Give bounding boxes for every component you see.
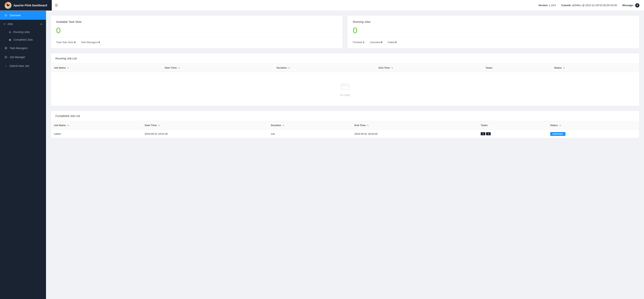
running-job-table-head: Job Name ⇅ Start Time ⇅ Duration ⇅ End T… [51, 64, 639, 72]
flink-logo-icon: 🐿 [4, 2, 12, 9]
svg-point-2 [342, 84, 343, 85]
sidebar-item-completed-jobs[interactable]: ◉ Completed Jobs [0, 36, 46, 44]
job-name-cell: collect [51, 130, 142, 138]
duration-cell: 14s [268, 130, 351, 138]
task-managers-icon: ⊞ [4, 46, 8, 50]
end-time-cell: 2024-05-01 18:02:00 [351, 130, 478, 138]
sort-icon-job-name: ⇅ [67, 67, 69, 69]
finished-stat: Finished 1 [353, 41, 364, 44]
job-manager-icon: ⊟ [4, 55, 8, 59]
status-badge: FINISHED [550, 132, 566, 136]
message-badge: 0 [635, 3, 640, 8]
sort-icon-job-name-c: ⇅ [67, 124, 69, 126]
main-content: Available Task Slots 0 Total Task Slots … [46, 11, 644, 299]
svg-point-3 [343, 84, 344, 85]
completed-job-table-body: collect 2024-05-01 18:01:45 14s 2024-05-… [51, 130, 639, 138]
total-task-slots-value: 0 [74, 41, 76, 44]
version-info: Version: 1.18.0 [538, 4, 556, 7]
task-managers-stat: Task Managers 0 [81, 41, 100, 44]
completed-job-list-section: Completed Job List Job Name ⇅ Start Time… [50, 110, 640, 138]
running-jobs-icon: ◎ [8, 30, 12, 34]
col-duration-c[interactable]: Duration ⇅ [268, 121, 351, 130]
jobs-icon: ≡ [4, 22, 5, 26]
sort-icon-start-time: ⇅ [178, 67, 180, 69]
chevron-up-icon: ∧ [40, 22, 42, 26]
running-job-list-section: Running Job List Job Name ⇅ Start Time ⇅… [50, 53, 640, 106]
running-job-table: Job Name ⇅ Start Time ⇅ Duration ⇅ End T… [51, 64, 639, 72]
col-job-name-c[interactable]: Job Name ⇅ [51, 121, 142, 130]
col-end-time[interactable]: End Time ⇅ [376, 64, 482, 72]
completed-job-table: Job Name ⇅ Start Time ⇅ Duration ⇅ End T… [51, 121, 639, 138]
canceled-stat: Canceled 0 [370, 41, 382, 44]
sidebar-overview-label: Overview [10, 14, 21, 17]
logo: 🐿 Apache Flink Dashboard [0, 0, 52, 10]
running-job-table-header-row: Job Name ⇅ Start Time ⇅ Duration ⇅ End T… [51, 64, 639, 72]
running-jobs-divider [348, 38, 639, 38]
sidebar-jobs-label: Jobs [7, 22, 13, 26]
running-job-table-wrap: Job Name ⇅ Start Time ⇅ Duration ⇅ End T… [51, 64, 639, 106]
sidebar-submit-label: Submit New Job [10, 64, 29, 68]
sidebar-job-manager-label: Job Manager [10, 56, 25, 59]
total-task-slots-stat: Total Task Slots 0 [56, 41, 76, 44]
completed-jobs-icon: ◉ [8, 38, 12, 41]
task-badge-2: 1 [486, 132, 491, 135]
sort-icon-end-time-c: ⇅ [367, 124, 368, 126]
running-jobs-card: Running Jobs 0 Finished 1 Canceled 0 Fai… [347, 15, 640, 48]
completed-job-table-wrap: Job Name ⇅ Start Time ⇅ Duration ⇅ End T… [51, 121, 639, 138]
col-start-time[interactable]: Start Time ⇅ [162, 64, 274, 72]
task-managers-value: 0 [98, 41, 100, 44]
no-data-text: No Data [340, 94, 350, 96]
running-jobs-stats: Finished 1 Canceled 0 Failed 0 [353, 41, 634, 44]
available-task-slots-stats: Total Task Slots 0 Task Managers 0 [56, 41, 337, 44]
finished-value: 1 [363, 41, 364, 44]
sidebar-item-submit-new-job[interactable]: ↑ Submit New Job [0, 62, 46, 70]
menu-icon[interactable]: ☰ [53, 2, 60, 8]
completed-job-list-header: Completed Job List [51, 111, 639, 121]
available-task-slots-count: 0 [56, 26, 337, 34]
running-jobs-title: Running Jobs [353, 20, 634, 24]
topbar-meta: Version: 1.18.0 Commit: a5548cc @ 2023-1… [538, 3, 640, 8]
app-title: Apache Flink Dashboard [14, 4, 47, 7]
col-status[interactable]: Status ⇅ [551, 64, 639, 72]
available-task-slots-card: Available Task Slots 0 Total Task Slots … [50, 15, 343, 48]
available-task-slots-title: Available Task Slots [56, 20, 337, 24]
tasks-cell: 1 1 [478, 130, 547, 138]
sidebar-item-running-jobs[interactable]: ◎ Running Jobs [0, 28, 46, 36]
canceled-value: 0 [381, 41, 382, 44]
sidebar-running-jobs-label: Running Jobs [14, 30, 30, 34]
col-end-time-c[interactable]: End Time ⇅ [351, 121, 478, 130]
start-time-cell: 2024-05-01 18:01:45 [142, 130, 268, 138]
commit-info: Commit: a5548cc @ 2023-10-18T22:09:35+02… [561, 4, 617, 7]
col-start-time-c[interactable]: Start Time ⇅ [142, 121, 268, 130]
running-job-list-header: Running Job List [51, 53, 639, 64]
col-tasks-c[interactable]: Tasks [478, 121, 547, 130]
sidebar-completed-jobs-label: Completed Jobs [14, 38, 33, 41]
cards-row: Available Task Slots 0 Total Task Slots … [50, 15, 640, 48]
sidebar-item-overview[interactable]: ⊙ Overview [0, 11, 46, 20]
col-status-c[interactable]: Status ⇅ [547, 121, 639, 130]
message-info: Message: 0 [622, 3, 640, 8]
sidebar-item-job-manager[interactable]: ⊟ Job Manager [0, 52, 46, 62]
col-job-name[interactable]: Job Name ⇅ [51, 64, 162, 72]
no-data-icon [340, 81, 350, 91]
overview-icon: ⊙ [4, 14, 8, 17]
sort-icon-end-time: ⇅ [392, 67, 393, 69]
sidebar-item-task-managers[interactable]: ⊞ Task Managers [0, 44, 46, 52]
sort-icon-duration-c: ⇅ [282, 124, 284, 126]
status-cell: FINISHED [547, 130, 639, 138]
running-no-data: No Data [51, 72, 639, 106]
submit-icon: ↑ [4, 64, 8, 68]
sidebar-task-managers-label: Task Managers [10, 46, 28, 50]
sidebar-jobs-group[interactable]: ≡ Jobs ∧ [0, 20, 46, 28]
layout: ⊙ Overview ≡ Jobs ∧ ◎ Running Jobs ◉ Com… [0, 11, 644, 299]
task-badge-1: 1 [481, 132, 485, 135]
topbar: 🐿 Apache Flink Dashboard ☰ Version: 1.18… [0, 0, 644, 11]
failed-stat: Failed 0 [388, 41, 396, 44]
card-divider [51, 38, 342, 38]
col-tasks[interactable]: Tasks [482, 64, 551, 72]
completed-job-table-header-row: Job Name ⇅ Start Time ⇅ Duration ⇅ End T… [51, 121, 639, 130]
failed-value: 0 [395, 41, 396, 44]
sort-icon-status-c: ⇅ [559, 124, 561, 126]
table-row[interactable]: collect 2024-05-01 18:01:45 14s 2024-05-… [51, 130, 639, 138]
col-duration[interactable]: Duration ⇅ [274, 64, 376, 72]
